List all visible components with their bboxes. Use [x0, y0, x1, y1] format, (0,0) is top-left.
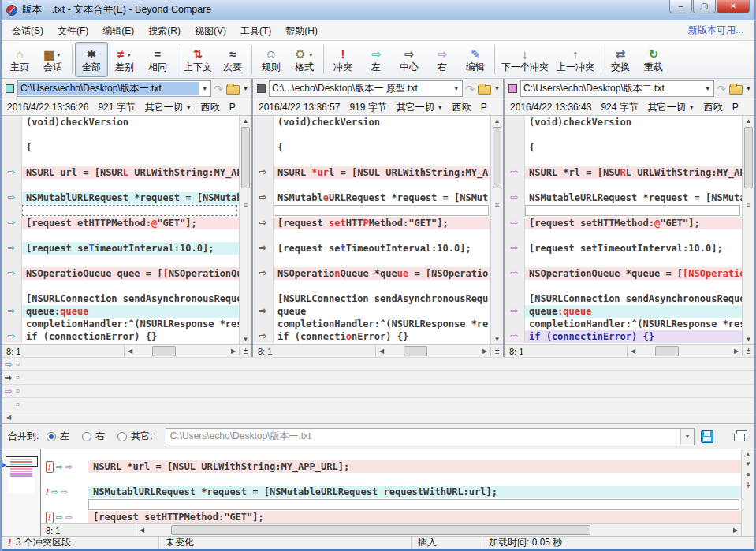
code-line[interactable]: ⇨if (connectionError) {} [253, 330, 490, 343]
scroll-down-icon[interactable]: ▼ [745, 460, 751, 467]
merge-arrow-icon[interactable]: ⇨ [510, 192, 518, 203]
file-path-combobox[interactable]: C:\Users\echo\Desktop\版本二.txt▼ [520, 80, 714, 97]
code-line[interactable]: [NSURLConnection sendAsynchronousReque [2, 292, 239, 305]
code-line[interactable] [505, 255, 742, 267]
code-line[interactable]: ⇨[request setTimeoutInterval:10.0]; [505, 242, 742, 255]
horizontal-scrollbar[interactable]: ◀▶ [124, 345, 239, 357]
merge-arrow-icon[interactable]: ⇨ [259, 166, 266, 177]
merge-arrow-icon[interactable]: ⇨ [510, 267, 518, 278]
code-line[interactable] [505, 229, 742, 242]
code-line[interactable] [505, 154, 742, 166]
code-line[interactable] [2, 229, 239, 242]
toolbar-conflict-button[interactable]: !冲突 [326, 42, 359, 77]
merge-arrow-icon[interactable]: ⇨ [7, 305, 15, 316]
output-line[interactable]: !⇨⇨NSMutablURLRequest *request = [NSMuta… [41, 486, 741, 498]
toolbar-prev-conflict-button[interactable]: ↑上一冲突 [553, 42, 598, 77]
code-line[interactable] [253, 154, 490, 166]
toolbar-take-right-button[interactable]: ⇨右 [426, 42, 459, 77]
scroll-down-icon[interactable]: ▼ [240, 336, 251, 343]
code-line[interactable]: completionHandler:^(NSURLResponse *re [253, 318, 490, 330]
layout-icon[interactable] [734, 430, 748, 442]
merge-target-radio-右[interactable]: 右 [82, 430, 105, 443]
revert-arrow-icon[interactable]: ↷ [465, 83, 475, 95]
scroll-left-icon[interactable]: ◀ [376, 348, 387, 355]
code-line[interactable] [253, 204, 490, 217]
horizontal-scrollbar[interactable]: ◀▶ [627, 345, 742, 357]
scroll-left-icon[interactable]: ◀ [125, 348, 136, 355]
scroll-thumb[interactable] [171, 525, 590, 535]
toolbar-show-all-button[interactable]: ✱全部 [75, 42, 108, 77]
view-mode[interactable]: 其它一切 [648, 101, 686, 114]
combobox-dropdown-icon[interactable]: ▼ [199, 81, 210, 96]
take-left-arrow-icon[interactable]: ⇨ [51, 487, 58, 497]
scroll-left-icon[interactable]: ◀ [628, 348, 639, 355]
toolbar-rules-button[interactable]: ☺规则 [255, 42, 288, 77]
toolbar-same-button[interactable]: =相同 [141, 42, 174, 77]
code-line[interactable] [505, 128, 742, 141]
code-line[interactable] [253, 128, 490, 141]
code-line[interactable]: ⇨NSMutableURLRequest *request = [NSMut [253, 192, 490, 204]
merge-output-lines[interactable]: !⇨⇨NSURL *url = [NSUL URLWithString:MY_A… [41, 449, 741, 523]
radio-icon[interactable] [82, 432, 91, 441]
merge-arrow-icon[interactable]: ⇨ [7, 192, 15, 203]
collapsed-row[interactable]: ⇨¤ [2, 384, 754, 397]
toolbar-context-button[interactable]: ⇅上下文 [180, 42, 216, 77]
code-line[interactable]: ⇨NSMutablURLRequest *request = [NSMutab [2, 192, 239, 204]
combobox-dropdown-icon[interactable]: ▼ [450, 81, 462, 96]
code-line[interactable] [253, 255, 490, 267]
menu-item[interactable]: 帮助(H) [278, 21, 325, 40]
merge-output-path-combobox[interactable]: C:\Users\echo\Desktop\版本一.txt ▼ [166, 428, 695, 445]
code-line[interactable] [2, 128, 239, 141]
browse-folder-icon[interactable] [226, 85, 240, 95]
combobox-dropdown-icon[interactable]: ▼ [680, 429, 694, 445]
code-lines[interactable]: (void)checkVersion{⇨NSURL *rl = [NSURL U… [505, 116, 742, 344]
take-left-arrow-icon[interactable]: ⇨ [56, 462, 63, 472]
minimap[interactable] [2, 449, 41, 536]
code-line[interactable]: ⇨queue:queue [505, 305, 742, 318]
take-right-arrow-icon[interactable]: ⇨ [65, 512, 73, 523]
folder-dropdown-icon[interactable]: ▼ [243, 86, 248, 91]
output-line[interactable] [41, 449, 741, 460]
output-line[interactable] [41, 498, 741, 511]
output-line[interactable] [41, 473, 741, 486]
output-line[interactable]: !⇨⇨[request setHTTPMethod:"GET"]; [41, 511, 741, 523]
output-horizontal-scrollbar[interactable]: ◀ ▶ [136, 524, 741, 536]
toolbar-format-button[interactable]: ⚙▼格式 [288, 42, 321, 77]
output-line[interactable]: !⇨⇨NSURL *url = [NSUL URLWithString:MY_A… [41, 460, 741, 473]
scroll-down-icon[interactable]: ▼ [743, 336, 754, 343]
code-line[interactable]: [NSURLConnection sendAsynchronousReque [505, 292, 742, 305]
browse-folder-icon[interactable] [478, 85, 491, 95]
scroll-up-icon[interactable]: ▲ [743, 117, 754, 125]
code-line[interactable]: ⇨if (connectionError) {} [2, 330, 239, 343]
close-button[interactable]: ✕ [717, 0, 750, 13]
toolbar-take-center-button[interactable]: ⇨中心 [393, 42, 426, 77]
code-line[interactable] [253, 229, 490, 242]
toolbar-take-left-button[interactable]: ⇨左 [359, 42, 393, 77]
toolbar-home-button[interactable]: ⌂主页 [3, 42, 36, 77]
vertical-scrollbar[interactable]: ▲≡▼ [742, 116, 754, 344]
end-mark-icon[interactable]: Ŧ [746, 481, 750, 490]
menu-item[interactable]: 编辑(E) [95, 21, 141, 40]
code-line[interactable] [253, 280, 490, 292]
scroll-right-icon[interactable]: ▶ [731, 348, 742, 355]
code-line[interactable] [2, 179, 239, 192]
scroll-right-icon[interactable]: ▶ [228, 348, 239, 355]
code-line[interactable] [505, 280, 742, 292]
collapsed-row[interactable]: ¤ [2, 397, 754, 411]
merge-target-radio-其它:[interactable]: 其它: [117, 430, 152, 443]
scroll-right-icon[interactable]: ▶ [730, 527, 741, 534]
unfold-icon[interactable]: ± [239, 347, 251, 356]
merge-arrow-icon[interactable]: ⇨ [259, 305, 266, 316]
scroll-thumb[interactable] [404, 346, 427, 356]
scroll-thumb[interactable] [744, 127, 753, 188]
file-path-combobox[interactable]: C:\...\echo\Desktop\版本一 原型.txt▼ [269, 80, 463, 97]
take-left-arrow-icon[interactable]: ⇨ [56, 512, 63, 523]
merge-arrow-icon[interactable]: ⇨ [7, 267, 15, 278]
toolbar-reload-button[interactable]: ↻重载 [637, 42, 670, 77]
merge-arrow-icon[interactable]: ⇨ [259, 267, 266, 278]
menu-item[interactable]: 搜索(R) [141, 21, 188, 40]
menu-item[interactable]: 工具(T) [233, 21, 278, 40]
code-line[interactable]: { [2, 141, 239, 154]
revert-arrow-icon[interactable]: ↷ [214, 83, 223, 95]
merge-arrow-icon[interactable]: ⇨ [510, 330, 518, 341]
